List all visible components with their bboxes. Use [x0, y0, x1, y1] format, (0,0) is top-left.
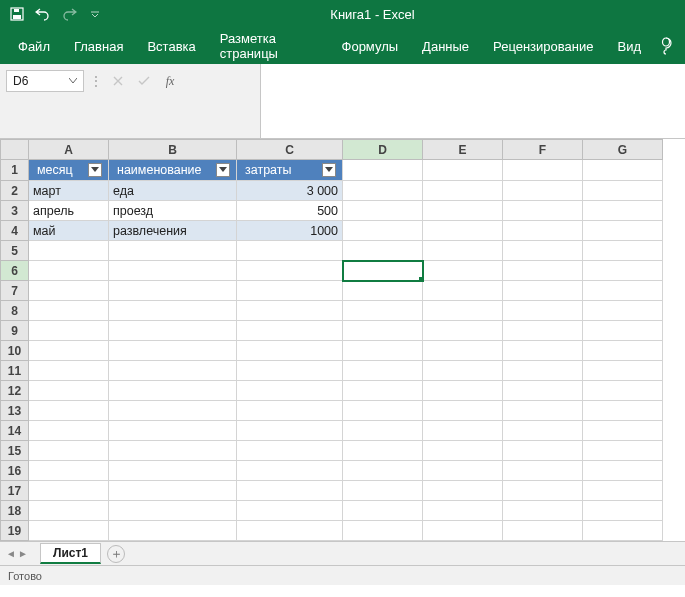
cell[interactable] — [29, 441, 109, 461]
cell[interactable] — [343, 441, 423, 461]
cell[interactable] — [109, 421, 237, 441]
cell[interactable] — [583, 181, 663, 201]
cell[interactable] — [109, 381, 237, 401]
cell[interactable] — [29, 281, 109, 301]
new-sheet-button[interactable]: ＋ — [107, 545, 125, 563]
col-header-E[interactable]: E — [423, 140, 503, 160]
save-button[interactable] — [6, 3, 28, 25]
cell[interactable] — [29, 241, 109, 261]
cell[interactable] — [423, 181, 503, 201]
cell[interactable] — [29, 461, 109, 481]
cell[interactable] — [503, 321, 583, 341]
cell[interactable] — [503, 481, 583, 501]
cell[interactable] — [503, 261, 583, 281]
cell[interactable] — [583, 241, 663, 261]
name-box[interactable]: D6 — [6, 70, 84, 92]
cell[interactable] — [423, 281, 503, 301]
cell[interactable] — [583, 361, 663, 381]
cell[interactable]: проезд — [109, 201, 237, 221]
cell[interactable]: март — [29, 181, 109, 201]
cell[interactable] — [583, 381, 663, 401]
row-header[interactable]: 14 — [1, 421, 29, 441]
cell[interactable] — [237, 301, 343, 321]
cell[interactable] — [109, 501, 237, 521]
cell[interactable] — [423, 401, 503, 421]
cell[interactable] — [423, 301, 503, 321]
cell[interactable] — [237, 261, 343, 281]
row-header[interactable]: 16 — [1, 461, 29, 481]
cell[interactable] — [503, 521, 583, 541]
row-header[interactable]: 7 — [1, 281, 29, 301]
cell[interactable] — [343, 401, 423, 421]
cell[interactable] — [343, 361, 423, 381]
cell[interactable] — [109, 361, 237, 381]
col-header-C[interactable]: C — [237, 140, 343, 160]
cell[interactable] — [237, 241, 343, 261]
cell[interactable] — [343, 421, 423, 441]
col-header-A[interactable]: A — [29, 140, 109, 160]
cell[interactable] — [423, 381, 503, 401]
cell[interactable] — [343, 281, 423, 301]
col-header-F[interactable]: F — [503, 140, 583, 160]
cell[interactable]: еда — [109, 181, 237, 201]
cell[interactable] — [237, 281, 343, 301]
tab-file[interactable]: Файл — [6, 31, 62, 62]
tab-insert[interactable]: Вставка — [135, 31, 207, 62]
cell[interactable] — [343, 321, 423, 341]
cell[interactable] — [503, 221, 583, 241]
cell[interactable] — [29, 521, 109, 541]
cell[interactable] — [423, 361, 503, 381]
col-header-D[interactable]: D — [343, 140, 423, 160]
cell[interactable] — [29, 321, 109, 341]
cell[interactable] — [237, 381, 343, 401]
worksheet-grid[interactable]: A B C D E F G 1 месяц наименование затра… — [0, 139, 663, 541]
cell[interactable] — [423, 160, 503, 181]
cell[interactable] — [583, 321, 663, 341]
tab-review[interactable]: Рецензирование — [481, 31, 605, 62]
cell[interactable] — [343, 501, 423, 521]
filter-button[interactable] — [88, 163, 102, 177]
cell[interactable] — [109, 241, 237, 261]
cell[interactable] — [29, 481, 109, 501]
cell[interactable] — [29, 261, 109, 281]
cancel-formula-button[interactable] — [108, 71, 128, 91]
cell[interactable] — [109, 441, 237, 461]
row-header[interactable]: 13 — [1, 401, 29, 421]
cell[interactable] — [423, 221, 503, 241]
cell[interactable] — [109, 261, 237, 281]
cell[interactable] — [237, 321, 343, 341]
cell[interactable] — [237, 481, 343, 501]
cell[interactable] — [423, 261, 503, 281]
cell[interactable] — [423, 501, 503, 521]
select-all-button[interactable] — [1, 140, 29, 160]
tell-me-button[interactable] — [653, 37, 679, 55]
filter-button[interactable] — [216, 163, 230, 177]
cell[interactable] — [503, 421, 583, 441]
cell[interactable] — [583, 461, 663, 481]
cell[interactable] — [109, 301, 237, 321]
cell[interactable]: май — [29, 221, 109, 241]
table-header-cell[interactable]: затраты — [237, 160, 343, 181]
cell[interactable] — [503, 281, 583, 301]
cell[interactable] — [343, 241, 423, 261]
cell[interactable] — [29, 301, 109, 321]
cell[interactable]: 3 000 — [237, 181, 343, 201]
row-header[interactable]: 6 — [1, 261, 29, 281]
cell[interactable] — [503, 341, 583, 361]
undo-button[interactable] — [32, 3, 54, 25]
table-header-cell[interactable]: наименование — [109, 160, 237, 181]
row-header[interactable]: 19 — [1, 521, 29, 541]
cell[interactable] — [583, 160, 663, 181]
cell[interactable] — [109, 521, 237, 541]
formula-bar[interactable] — [260, 64, 685, 138]
cell[interactable] — [583, 501, 663, 521]
cell[interactable] — [29, 501, 109, 521]
cell[interactable] — [503, 301, 583, 321]
cell[interactable] — [343, 201, 423, 221]
cell[interactable] — [109, 401, 237, 421]
cell[interactable] — [583, 201, 663, 221]
row-header[interactable]: 11 — [1, 361, 29, 381]
cell[interactable]: апрель — [29, 201, 109, 221]
cell[interactable] — [503, 201, 583, 221]
cell[interactable]: 1000 — [237, 221, 343, 241]
